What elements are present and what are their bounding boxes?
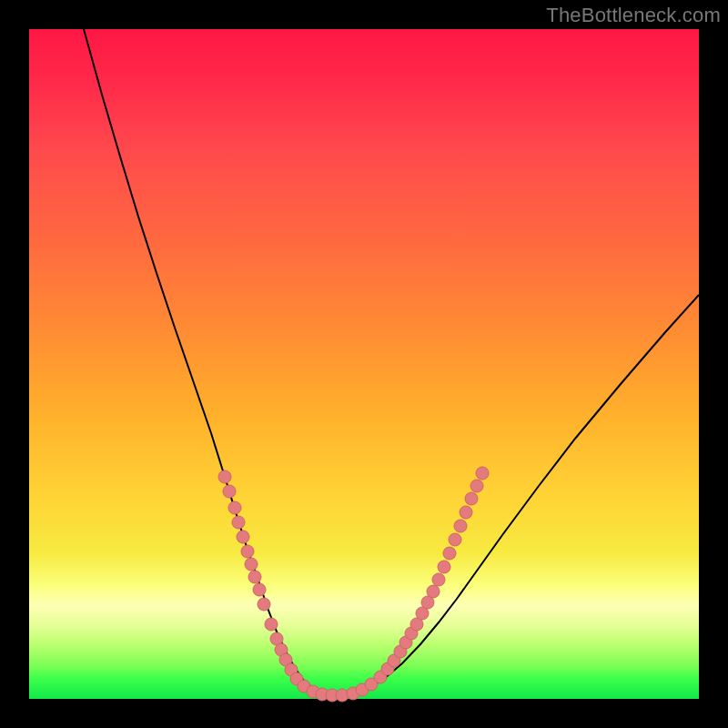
curve-dot <box>460 506 472 519</box>
curve-dot <box>454 520 467 532</box>
chart-frame: TheBottleneck.com <box>0 0 728 728</box>
curve-dot <box>253 583 266 596</box>
watermark-text: TheBottleneck.com <box>546 4 721 27</box>
chart-svg <box>29 29 699 699</box>
curve-dot <box>241 545 254 558</box>
curve-dot <box>449 533 461 546</box>
curve-dot <box>258 598 270 611</box>
curve-dot <box>237 531 249 543</box>
curve-dot <box>432 573 445 586</box>
curve-dot <box>218 470 231 483</box>
curve-dot <box>427 585 440 598</box>
bottleneck-curve <box>84 29 699 695</box>
curve-dot <box>265 618 278 631</box>
curve-dot <box>476 467 489 480</box>
curve-dot-group <box>218 467 489 702</box>
curve-dot <box>228 501 241 514</box>
curve-dot <box>465 492 478 505</box>
curve-dot <box>232 516 245 529</box>
curve-dot <box>245 558 258 571</box>
curve-dot <box>443 547 456 560</box>
curve-dot <box>438 561 450 573</box>
curve-dot <box>470 480 483 492</box>
curve-dot <box>223 485 236 498</box>
curve-dot <box>248 571 261 583</box>
